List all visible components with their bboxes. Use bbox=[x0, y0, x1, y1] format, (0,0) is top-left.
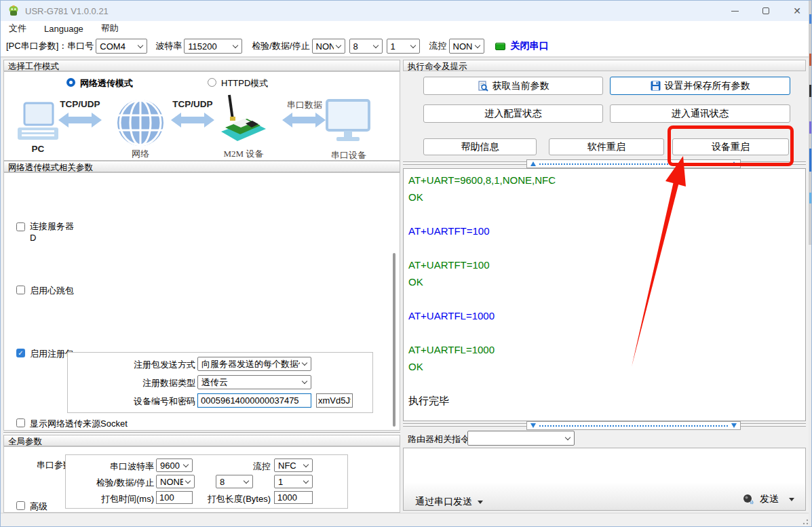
regpack-groupbox: 注册包发送方式 向服务器发送的每个数据包 注册数据类型 透传云 设备编号和密码 bbox=[67, 352, 373, 413]
arrow-double-icon bbox=[58, 113, 102, 128]
arrow-double-icon bbox=[171, 113, 214, 128]
screen-edge-artifact bbox=[809, 121, 812, 134]
log-bottom-splitter[interactable] bbox=[741, 423, 806, 427]
flow-label: 流控 bbox=[429, 40, 447, 52]
log-line bbox=[408, 324, 805, 341]
log-top-splitter[interactable] bbox=[403, 161, 526, 165]
packlen-input[interactable] bbox=[274, 491, 313, 504]
screen-edge-artifact bbox=[809, 149, 812, 172]
connect-server-checkbox[interactable] bbox=[16, 222, 25, 231]
log-line: AT+UARTFT=100 bbox=[408, 256, 805, 273]
advanced-label: 高级 bbox=[30, 501, 47, 513]
log-line bbox=[408, 290, 805, 307]
stopbits-select[interactable]: 1 bbox=[387, 39, 420, 54]
close-button[interactable]: ✕ bbox=[781, 1, 812, 21]
log-line: AT+UARTFT=100 bbox=[408, 222, 805, 239]
chevron-down-icon bbox=[233, 42, 238, 47]
chevron-down-icon bbox=[335, 42, 341, 47]
send-button[interactable]: 发送 bbox=[743, 493, 794, 505]
send-input-area[interactable]: 通过串口发送 发送 bbox=[403, 448, 806, 511]
software-restart-button[interactable]: 软件重启 bbox=[549, 138, 664, 155]
heartbeat-checkbox[interactable] bbox=[16, 286, 25, 294]
menu-help[interactable]: 帮助 bbox=[101, 22, 119, 35]
show-socket-checkbox[interactable] bbox=[16, 418, 25, 427]
title-bar: USR-G781 V1.0.0.21 ✕ bbox=[1, 1, 812, 21]
log-line: 执行完毕 bbox=[408, 392, 805, 409]
menu-file[interactable]: 文件 bbox=[9, 22, 26, 35]
packtime-input[interactable] bbox=[156, 491, 193, 504]
net-params-panel: 连接服务器D 启用心跳包 ✓ 启用注册包 注册包发送方式 向服务器发送的每个数据… bbox=[3, 172, 400, 431]
maximize-button[interactable] bbox=[750, 1, 781, 21]
log-line: AT+UART=9600,8,1,NONE,NFC bbox=[408, 172, 805, 189]
com-port-select[interactable]: COM4 bbox=[96, 39, 147, 54]
chevron-down-icon bbox=[474, 42, 480, 47]
g-databits-select[interactable]: 8 bbox=[216, 475, 253, 488]
port-open-indicator-icon bbox=[495, 43, 505, 50]
g-flow-select[interactable]: NFC bbox=[274, 458, 313, 472]
app-window: USR-G781 V1.0.0.21 ✕ 文件 Language 帮助 [PC串… bbox=[0, 0, 812, 527]
resize-grip[interactable] bbox=[802, 518, 809, 525]
log-line: OK bbox=[408, 189, 805, 206]
reg-data-type-select[interactable]: 透传云 bbox=[197, 375, 311, 389]
left-panel-scrollbar[interactable] bbox=[393, 253, 395, 427]
chevron-down-icon bbox=[185, 477, 191, 483]
set-save-params-button[interactable]: 设置并保存所有参数 bbox=[610, 77, 790, 95]
g-parity-select[interactable]: NONE bbox=[156, 475, 195, 488]
advanced-checkbox[interactable] bbox=[16, 501, 25, 510]
scroll-up-icon bbox=[530, 161, 536, 166]
device-id-input[interactable] bbox=[197, 393, 311, 408]
device-password-input[interactable] bbox=[316, 393, 353, 408]
enter-config-button[interactable]: 进入配置状态 bbox=[423, 104, 603, 123]
scroll-track bbox=[539, 163, 728, 165]
device-restart-button[interactable]: 设备重启 bbox=[672, 138, 789, 155]
speaker-icon bbox=[743, 493, 755, 505]
app-icon bbox=[7, 5, 20, 17]
log-top-splitter[interactable] bbox=[741, 161, 806, 165]
menu-language[interactable]: Language bbox=[44, 24, 83, 34]
get-params-button[interactable]: 获取当前参数 bbox=[423, 77, 603, 95]
g-stopbits-select[interactable]: 1 bbox=[274, 475, 313, 488]
dropdown-arrow-icon bbox=[478, 501, 483, 504]
connect-server-label: 连接服务器D bbox=[30, 220, 77, 243]
log-bottom-splitter[interactable] bbox=[403, 423, 526, 427]
serial-device-label: 串口设备 bbox=[323, 149, 374, 161]
menu-bar: 文件 Language 帮助 bbox=[1, 21, 812, 36]
chevron-down-icon bbox=[244, 477, 249, 483]
router-cmd-select[interactable] bbox=[467, 431, 575, 446]
pc-serial-group-label: [PC串口参数]：串口号 bbox=[6, 40, 94, 52]
log-line: AT+UARTFL=1000 bbox=[408, 307, 805, 324]
chevron-down-icon bbox=[302, 360, 307, 366]
search-document-icon bbox=[478, 81, 488, 92]
enter-comm-button[interactable]: 进入通讯状态 bbox=[610, 104, 790, 123]
chevron-down-icon bbox=[303, 461, 309, 467]
reg-send-mode-label: 注册包发送方式 bbox=[81, 359, 195, 371]
g-baud-select[interactable]: 9600 bbox=[156, 458, 193, 472]
log-top-scrollbar[interactable] bbox=[526, 159, 741, 168]
reg-send-mode-select[interactable]: 向服务器发送的每个数据包 bbox=[197, 357, 311, 371]
close-port-button[interactable]: 关闭串口 bbox=[511, 40, 549, 52]
regpack-checkbox[interactable]: ✓ bbox=[16, 349, 25, 357]
packtime-label: 打包时间(ms) bbox=[79, 493, 154, 505]
radio-httpd-mode[interactable] bbox=[208, 78, 216, 87]
screen-edge-artifact bbox=[809, 193, 812, 203]
scroll-down-icon bbox=[530, 423, 536, 428]
via-serial-dropdown[interactable]: 通过串口发送 bbox=[415, 496, 483, 508]
log-bottom-scrollbar[interactable] bbox=[526, 421, 741, 430]
scroll-track bbox=[539, 425, 728, 427]
chevron-down-icon bbox=[372, 42, 378, 47]
command-log[interactable]: AT+UART=9600,8,1,NONE,NFC OK AT+UARTFT=1… bbox=[403, 168, 806, 421]
log-line: OK bbox=[408, 273, 805, 290]
scroll-up-icon bbox=[731, 161, 737, 166]
screen-edge-artifact bbox=[809, 245, 812, 527]
parity-select[interactable]: NONI bbox=[312, 39, 345, 54]
screen-edge-artifact bbox=[809, 85, 812, 97]
radio-transparent-mode[interactable] bbox=[66, 78, 75, 87]
minimize-button[interactable] bbox=[719, 1, 750, 21]
baud-select[interactable]: 115200 bbox=[184, 39, 242, 54]
serial-toolbar: [PC串口参数]：串口号 COM4 波特率 115200 检验/数据/停止 NO… bbox=[1, 36, 812, 58]
help-info-button[interactable]: 帮助信息 bbox=[423, 138, 537, 155]
flow-select[interactable]: NONE bbox=[449, 39, 484, 54]
radio-transparent-mode-label: 网络透传模式 bbox=[80, 77, 133, 90]
databits-select[interactable]: 8 bbox=[349, 39, 383, 54]
dropdown-arrow-icon bbox=[789, 498, 794, 501]
